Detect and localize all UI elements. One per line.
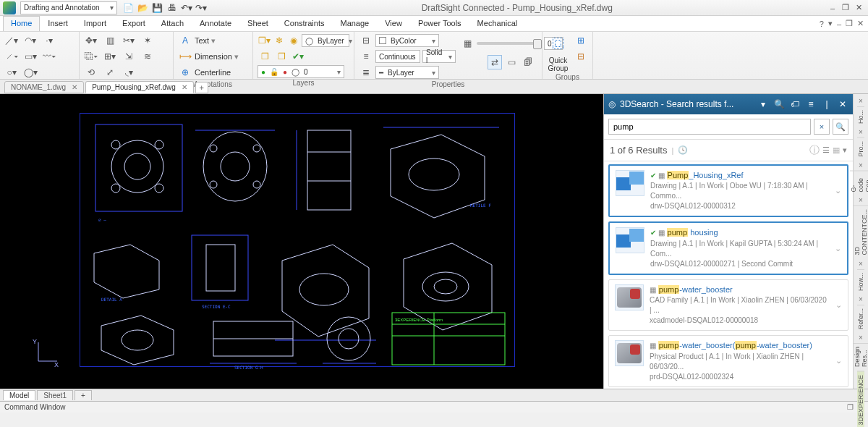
layer-icon[interactable]: ❒ (274, 49, 289, 64)
layer-freeze-icon[interactable]: ❄ (273, 33, 286, 48)
minimize-button[interactable]: – (827, 4, 838, 12)
close-icon[interactable]: × (856, 196, 866, 204)
line-tool-icon[interactable]: ／▾ (4, 33, 19, 48)
sheet-tab[interactable]: Sheet1 (37, 390, 73, 400)
ellipse-tool-icon[interactable]: ◯▾ (23, 65, 38, 80)
polyline-tool-icon[interactable]: ⟋▾ (4, 49, 19, 64)
chevron-down-icon[interactable]: ▾ (757, 99, 769, 109)
side-tab[interactable]: Design Res... (854, 343, 868, 370)
props-more-icon[interactable]: 🗐 (521, 55, 535, 69)
search-input[interactable] (608, 119, 811, 135)
offset-icon[interactable]: ≋ (140, 49, 155, 64)
close-icon[interactable]: × (856, 128, 866, 136)
save-icon[interactable]: 💾 (152, 2, 163, 14)
workspace-selector[interactable]: Drafting and Annotation ▾ (20, 1, 117, 14)
array-icon[interactable]: ⊞▾ (103, 49, 117, 64)
doc-restore-button[interactable]: ❐ (846, 19, 853, 28)
result-card[interactable]: ▦ pump-water_boosterCAD Family | A.1 | I… (608, 279, 848, 331)
text-icon[interactable]: A (178, 33, 192, 48)
linetype-combo[interactable]: Continuous (375, 50, 420, 63)
chevron-down-icon[interactable]: ⌄ (835, 300, 842, 310)
grid-view-icon[interactable]: ▦ (833, 145, 840, 155)
tag-icon[interactable]: 🏷 (789, 99, 801, 109)
command-window[interactable]: Command Window ❐✕ (0, 401, 868, 413)
transparency-icon[interactable]: ▦ (460, 36, 475, 51)
undo-icon[interactable]: ↶▾ (181, 2, 192, 14)
tab-constraints[interactable]: Constraints (276, 16, 333, 31)
panel-header[interactable]: ◎ 3DSearch - Search results f... ▾ 🔍 🏷 ≡… (604, 94, 853, 114)
close-icon[interactable]: × (856, 295, 866, 303)
layer-visibility-combo[interactable]: ◯ByLayer▾ (302, 34, 349, 47)
open-icon[interactable]: 📂 (137, 2, 149, 14)
layer-stack-icon[interactable]: ❒▾ (258, 33, 271, 48)
scale-icon[interactable]: ⤢ (103, 65, 117, 80)
close-icon[interactable]: × (856, 334, 866, 342)
linestyle-combo[interactable]: Solid l▾ (422, 50, 456, 63)
clear-icon[interactable]: × (814, 119, 830, 135)
copy-icon[interactable]: ⿻▾ (84, 49, 98, 64)
doc-minimize-button[interactable]: – (837, 20, 841, 28)
fillet-icon[interactable]: ◟▾ (122, 65, 136, 80)
close-icon[interactable]: ✕ (182, 83, 187, 91)
close-icon[interactable]: × (856, 161, 866, 169)
redo-icon[interactable]: ↷▾ (195, 2, 207, 14)
circle-tool-icon[interactable]: ○▾ (4, 65, 19, 80)
move-icon[interactable]: ✥▾ (84, 33, 98, 48)
dimension-icon[interactable]: ⟼ (178, 49, 192, 64)
mirror-icon[interactable]: ▥ (103, 33, 117, 48)
help-icon[interactable]: ? (820, 20, 824, 28)
close-icon[interactable]: ✕ (72, 83, 77, 91)
sheet-tab-model[interactable]: Model (3, 390, 35, 400)
chevron-down-icon[interactable]: ▾ (843, 145, 847, 155)
tab-mechanical[interactable]: Mechanical (469, 16, 526, 31)
match-props-icon[interactable]: ⇄ (488, 55, 502, 69)
new-icon[interactable]: 📄 (123, 2, 135, 14)
tab-powertools[interactable]: Power Tools (410, 16, 469, 31)
list-view-icon[interactable]: ☰ (822, 145, 830, 155)
add-sheet-button[interactable]: + (75, 390, 92, 400)
file-tab[interactable]: NONAME_1.dwg✕ (4, 81, 84, 93)
tab-manage[interactable]: Manage (332, 16, 377, 31)
print-icon[interactable]: 🖶 (166, 2, 178, 14)
tab-import[interactable]: Import (76, 16, 114, 31)
chevron-down-icon[interactable]: ⌄ (835, 186, 841, 195)
side-tab[interactable]: G-code Gen... (850, 171, 868, 195)
arc-tool-icon[interactable]: ◠▾ (23, 33, 38, 48)
search-icon[interactable]: 🔍 (773, 99, 785, 109)
info-icon[interactable]: ⓘ (809, 144, 820, 157)
tab-sheet[interactable]: Sheet (239, 16, 276, 31)
close-button[interactable]: ✕ (854, 3, 864, 12)
result-card[interactable]: ▦ pump-water_booster(pump-water_booster)… (608, 335, 848, 386)
chevron-down-icon[interactable]: ▾ (234, 52, 239, 62)
file-tab-active[interactable]: Pump_Housing_xRef.dwg✕ (85, 81, 194, 93)
search-button[interactable]: 🔍 (833, 119, 848, 135)
chevron-down-icon[interactable]: ▾ (211, 36, 216, 46)
tab-annotate[interactable]: Annotate (192, 16, 239, 31)
rect-tool-icon[interactable]: ▭▾ (23, 49, 38, 64)
side-tab[interactable]: Refer... (857, 305, 864, 332)
menu-icon[interactable]: ≡ (805, 99, 817, 109)
side-tab[interactable]: 3D CONTENTCE... (854, 206, 868, 258)
rotate-icon[interactable]: ⟲ (84, 65, 98, 80)
props-pane-icon[interactable]: ▭ (504, 55, 519, 69)
point-tool-icon[interactable]: ·▾ (42, 33, 56, 48)
add-tab-button[interactable]: + (195, 82, 208, 93)
trim-icon[interactable]: ✂▾ (122, 33, 136, 48)
props-icon[interactable]: ⊟ (359, 33, 373, 48)
side-tab-active[interactable]: 3DEXPERIENCE (857, 371, 864, 427)
clock-icon[interactable]: 🕓 (678, 145, 688, 155)
extend-icon[interactable]: ⇲ (122, 49, 136, 64)
tab-attach[interactable]: Attach (153, 16, 192, 31)
side-tab[interactable]: Pro... (857, 138, 864, 160)
color-combo[interactable]: ByColor▾ (375, 34, 439, 47)
lw-icon[interactable]: ≣ (359, 65, 373, 80)
transparency-slider[interactable] (477, 42, 542, 45)
close-icon[interactable]: ✕ (837, 99, 848, 109)
group-add-icon[interactable]: ⊞ (574, 33, 588, 48)
drawing-canvas[interactable]: ⌀ — RETILE F DETAIL A SECTION E-C SECTIO… (0, 94, 603, 389)
dock-icon[interactable]: ❐ (847, 403, 854, 411)
lineweight-combo[interactable]: ━ByLayer▾ (375, 66, 439, 79)
close-icon[interactable]: × (856, 260, 866, 268)
chevron-down-icon[interactable]: ⌄ (835, 356, 842, 365)
layer-icon[interactable]: ❒ (258, 49, 272, 64)
